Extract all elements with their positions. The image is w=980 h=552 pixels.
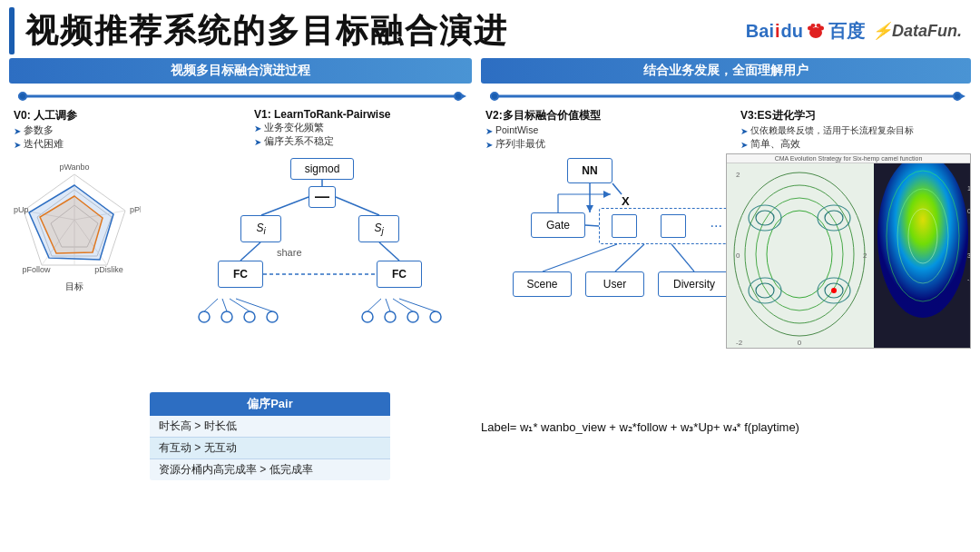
- svg-point-71: [831, 288, 837, 293]
- bullet-icon: ➤: [14, 124, 21, 138]
- v2-item-2: ➤ 序列非最优: [485, 138, 711, 152]
- version-v0: V0: 人工调参 ➤ 参数多 ➤ 迭代困难: [14, 108, 227, 152]
- timeline-dots-right: [490, 92, 962, 101]
- bullet-icon: ➤: [14, 138, 21, 152]
- baidu-logo: Bai i du 百度: [746, 19, 865, 44]
- scene-box: Scene: [513, 271, 572, 297]
- svg-line-39: [336, 197, 379, 215]
- svg-text:-1.5: -1.5: [967, 276, 971, 282]
- sigmod-box: sigmod: [290, 158, 354, 180]
- timeline-dot-r1: [490, 92, 499, 101]
- svg-line-48: [615, 244, 644, 271]
- pairwise-row-3: 资源分桶内高完成率 > 低完成率: [150, 459, 390, 480]
- v3-item-1: ➤ 仅依赖最终反馈，适用于长流程复杂目标: [740, 124, 966, 138]
- v1-item-2: ➤ 偏序关系不稳定: [254, 135, 467, 149]
- page-title: 视频推荐系统的多目标融合演进: [25, 9, 508, 54]
- v3-title: V3:ES进化学习: [740, 108, 966, 123]
- radar-chart: pWanbo pPlaytime pDislike pFollow pUp 目标: [9, 158, 141, 299]
- datafun-logo: ⚡ DataFun.: [872, 21, 962, 41]
- svg-line-27: [230, 299, 250, 311]
- svg-text:0: 0: [736, 251, 740, 260]
- fc-right-box: FC: [377, 261, 422, 288]
- v1-item-1: ➤ 业务变化频繁: [254, 122, 467, 135]
- svg-line-41: [379, 242, 399, 261]
- svg-line-38: [261, 197, 309, 215]
- nn-box: NN: [567, 158, 612, 183]
- svg-text:0: 0: [798, 339, 802, 347]
- input-nodes-right: [349, 294, 458, 340]
- svg-text:0: 0: [967, 208, 971, 214]
- bullet-icon: ➤: [254, 135, 261, 149]
- svg-line-28: [236, 299, 272, 311]
- svg-line-49: [671, 244, 694, 271]
- svg-line-26: [222, 299, 227, 311]
- versions-left: V0: 人工调参 ➤ 参数多 ➤ 迭代困难 V1: LearnToRank-Pa…: [9, 108, 472, 152]
- diversity-box: Diversity: [658, 271, 730, 297]
- bullet-icon: ➤: [485, 138, 493, 152]
- title-bar: [9, 7, 15, 54]
- svg-line-46: [585, 225, 599, 226]
- header: 视频推荐系统的多目标融合演进 Bai i du 百度 ⚡: [0, 0, 980, 58]
- title-section: 视频推荐系统的多目标融合演进: [9, 7, 508, 54]
- fc-left-box: FC: [218, 261, 263, 288]
- cma-chart-title: CMA Evolution Strategy for Six-hemp came…: [727, 154, 970, 163]
- pairwise-row-1: 时长高 > 时长低: [150, 416, 390, 438]
- svg-line-33: [368, 299, 381, 311]
- right-column: 结合业务发展，全面理解用户 V2:多目标融合价值模型 ➤ PointWise: [481, 58, 971, 552]
- cma-chart: CMA Evolution Strategy for Six-hemp came…: [726, 153, 971, 349]
- timeline-dot-1: [18, 92, 27, 101]
- svg-point-24: [267, 311, 278, 322]
- svg-text:1.5: 1.5: [967, 185, 971, 192]
- expert-box-1: [612, 214, 637, 238]
- user-box: User: [585, 271, 644, 297]
- svg-marker-45: [586, 205, 593, 212]
- pairwise-header: 偏序Pair: [150, 392, 390, 416]
- timeline-dot-2: [454, 92, 463, 101]
- v2-item-1: ➤ PointWise: [485, 124, 711, 138]
- gate-box: Gate: [531, 212, 585, 238]
- svg-point-23: [244, 311, 255, 322]
- svg-text:-2: -2: [736, 339, 743, 347]
- svg-point-29: [362, 311, 373, 322]
- svg-text:pUp: pUp: [14, 205, 29, 214]
- svg-point-21: [199, 311, 210, 322]
- minus-box: —: [309, 186, 336, 208]
- right-timeline: [481, 86, 971, 106]
- si-box: Si: [240, 215, 281, 242]
- svg-text:3: 3: [967, 252, 971, 259]
- left-section-header: 视频多目标融合演进过程: [9, 58, 472, 84]
- svg-point-22: [221, 311, 232, 322]
- bullet-icon: ➤: [485, 124, 493, 138]
- input-nodes-left: [186, 294, 295, 340]
- svg-line-40: [240, 242, 260, 261]
- svg-point-30: [385, 311, 396, 322]
- svg-text:2: 2: [863, 251, 867, 260]
- dots-label: ···: [710, 218, 722, 234]
- baidu-paw-icon: [806, 21, 826, 41]
- v3-item-2: ➤ 简单、高效: [740, 138, 966, 152]
- svg-text:pDislike: pDislike: [94, 265, 123, 274]
- version-v1: V1: LearnToRank-Pairwise ➤ 业务变化频繁 ➤ 偏序关系…: [254, 108, 467, 152]
- pairwise-row-2: 有互动 > 无互动: [150, 438, 390, 459]
- formula-row: Label= w₁* wanbo_view + w₂*follow + w₃*U…: [481, 419, 971, 435]
- svg-point-4: [816, 24, 820, 27]
- svg-text:2: 2: [736, 171, 740, 179]
- cma-chart-svg: 0 0 2 2 -2: [727, 163, 971, 349]
- bullet-icon: ➤: [740, 138, 748, 152]
- expert-boxes: ···: [599, 208, 735, 244]
- svg-line-25: [204, 299, 218, 311]
- svg-text:pPlaytime: pPlaytime: [130, 205, 141, 214]
- version-v3: V3:ES进化学习 ➤ 仅依赖最终反馈，适用于长流程复杂目标 ➤ 简单、高效: [740, 108, 966, 152]
- logos: Bai i du 百度 ⚡ DataFun.: [746, 19, 962, 44]
- left-diagram: pWanbo pPlaytime pDislike pFollow pUp 目标…: [9, 153, 472, 489]
- v2-title: V2:多目标融合价值模型: [485, 108, 711, 123]
- sj-box: Sj: [358, 215, 399, 242]
- v0-item-2: ➤ 迭代困难: [14, 138, 227, 152]
- formula-text: Label= w₁* wanbo_view + w₂*follow + w₃*U…: [481, 420, 799, 434]
- right-section-header: 结合业务发展，全面理解用户: [481, 58, 971, 84]
- content-area: 视频多目标融合演进过程 V0: 人工调参 ➤ 参数多: [0, 58, 980, 552]
- version-v2: V2:多目标融合价值模型 ➤ PointWise ➤ 序列非最优: [485, 108, 711, 152]
- versions-right: V2:多目标融合价值模型 ➤ PointWise ➤ 序列非最优 V3:ES进化…: [481, 108, 971, 152]
- svg-line-43: [612, 183, 622, 194]
- v0-item-1: ➤ 参数多: [14, 124, 227, 138]
